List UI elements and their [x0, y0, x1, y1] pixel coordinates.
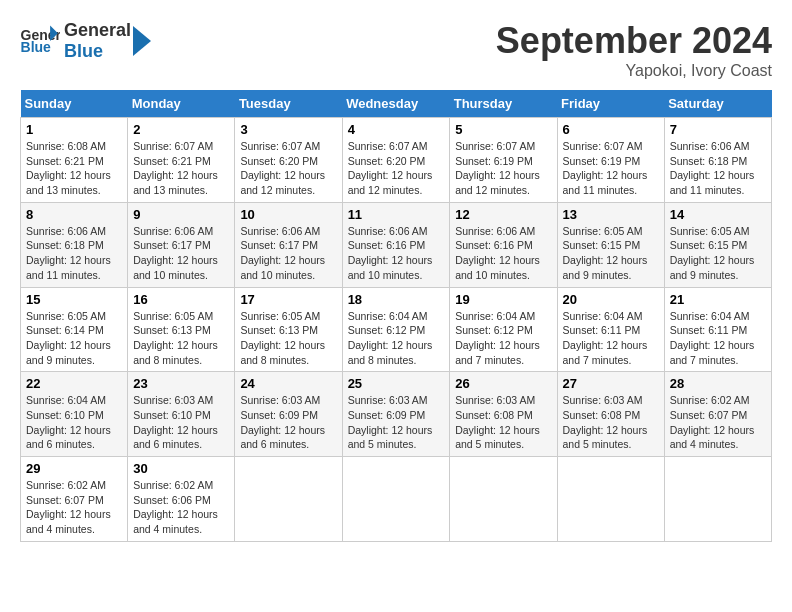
logo: General Blue General Blue	[20, 20, 153, 62]
page-header: General Blue General Blue September 2024…	[20, 20, 772, 80]
sunset-label: Sunset: 6:17 PM	[240, 239, 318, 251]
svg-text:Blue: Blue	[21, 39, 52, 55]
sunset-label: Sunset: 6:14 PM	[26, 324, 104, 336]
day-info: Sunrise: 6:05 AM Sunset: 6:15 PM Dayligh…	[670, 224, 766, 283]
calendar-cell: 9 Sunrise: 6:06 AM Sunset: 6:17 PM Dayli…	[128, 202, 235, 287]
calendar-cell	[450, 457, 557, 542]
sunrise-label: Sunrise: 6:08 AM	[26, 140, 106, 152]
calendar-cell: 15 Sunrise: 6:05 AM Sunset: 6:14 PM Dayl…	[21, 287, 128, 372]
sunset-label: Sunset: 6:08 PM	[563, 409, 641, 421]
daylight-label: Daylight: 12 hours and 10 minutes.	[240, 254, 325, 281]
day-number: 7	[670, 122, 766, 137]
sunrise-label: Sunrise: 6:03 AM	[455, 394, 535, 406]
daylight-label: Daylight: 12 hours and 4 minutes.	[133, 508, 218, 535]
calendar-cell: 23 Sunrise: 6:03 AM Sunset: 6:10 PM Dayl…	[128, 372, 235, 457]
sunrise-label: Sunrise: 6:06 AM	[133, 225, 213, 237]
day-number: 6	[563, 122, 659, 137]
calendar-cell: 27 Sunrise: 6:03 AM Sunset: 6:08 PM Dayl…	[557, 372, 664, 457]
day-info: Sunrise: 6:03 AM Sunset: 6:08 PM Dayligh…	[563, 393, 659, 452]
sunset-label: Sunset: 6:13 PM	[133, 324, 211, 336]
daylight-label: Daylight: 12 hours and 12 minutes.	[240, 169, 325, 196]
daylight-label: Daylight: 12 hours and 10 minutes.	[348, 254, 433, 281]
day-info: Sunrise: 6:03 AM Sunset: 6:09 PM Dayligh…	[240, 393, 336, 452]
day-number: 29	[26, 461, 122, 476]
sunrise-label: Sunrise: 6:05 AM	[240, 310, 320, 322]
calendar-cell: 10 Sunrise: 6:06 AM Sunset: 6:17 PM Dayl…	[235, 202, 342, 287]
calendar-cell: 26 Sunrise: 6:03 AM Sunset: 6:08 PM Dayl…	[450, 372, 557, 457]
sunset-label: Sunset: 6:09 PM	[348, 409, 426, 421]
day-info: Sunrise: 6:03 AM Sunset: 6:10 PM Dayligh…	[133, 393, 229, 452]
day-number: 1	[26, 122, 122, 137]
sunset-label: Sunset: 6:18 PM	[670, 155, 748, 167]
logo-general: General	[64, 20, 131, 41]
day-number: 18	[348, 292, 445, 307]
sunset-label: Sunset: 6:15 PM	[563, 239, 641, 251]
calendar-cell: 17 Sunrise: 6:05 AM Sunset: 6:13 PM Dayl…	[235, 287, 342, 372]
day-info: Sunrise: 6:07 AM Sunset: 6:19 PM Dayligh…	[455, 139, 551, 198]
calendar-cell: 30 Sunrise: 6:02 AM Sunset: 6:06 PM Dayl…	[128, 457, 235, 542]
svg-marker-3	[133, 26, 151, 56]
calendar-cell: 1 Sunrise: 6:08 AM Sunset: 6:21 PM Dayli…	[21, 118, 128, 203]
sunset-label: Sunset: 6:16 PM	[348, 239, 426, 251]
sunset-label: Sunset: 6:11 PM	[563, 324, 641, 336]
calendar-cell: 16 Sunrise: 6:05 AM Sunset: 6:13 PM Dayl…	[128, 287, 235, 372]
sunset-label: Sunset: 6:20 PM	[240, 155, 318, 167]
day-number: 22	[26, 376, 122, 391]
sunrise-label: Sunrise: 6:04 AM	[670, 310, 750, 322]
calendar-cell: 6 Sunrise: 6:07 AM Sunset: 6:19 PM Dayli…	[557, 118, 664, 203]
day-number: 15	[26, 292, 122, 307]
calendar-week-row: 1 Sunrise: 6:08 AM Sunset: 6:21 PM Dayli…	[21, 118, 772, 203]
day-number: 14	[670, 207, 766, 222]
daylight-label: Daylight: 12 hours and 11 minutes.	[563, 169, 648, 196]
sunset-label: Sunset: 6:18 PM	[26, 239, 104, 251]
calendar-cell: 12 Sunrise: 6:06 AM Sunset: 6:16 PM Dayl…	[450, 202, 557, 287]
day-number: 20	[563, 292, 659, 307]
daylight-label: Daylight: 12 hours and 5 minutes.	[455, 424, 540, 451]
day-header-friday: Friday	[557, 90, 664, 118]
day-info: Sunrise: 6:06 AM Sunset: 6:17 PM Dayligh…	[240, 224, 336, 283]
sunrise-label: Sunrise: 6:06 AM	[670, 140, 750, 152]
day-info: Sunrise: 6:03 AM Sunset: 6:08 PM Dayligh…	[455, 393, 551, 452]
day-info: Sunrise: 6:07 AM Sunset: 6:19 PM Dayligh…	[563, 139, 659, 198]
day-info: Sunrise: 6:06 AM Sunset: 6:16 PM Dayligh…	[455, 224, 551, 283]
sunrise-label: Sunrise: 6:05 AM	[670, 225, 750, 237]
sunset-label: Sunset: 6:06 PM	[133, 494, 211, 506]
calendar-cell: 4 Sunrise: 6:07 AM Sunset: 6:20 PM Dayli…	[342, 118, 450, 203]
calendar-week-row: 8 Sunrise: 6:06 AM Sunset: 6:18 PM Dayli…	[21, 202, 772, 287]
day-info: Sunrise: 6:06 AM Sunset: 6:18 PM Dayligh…	[26, 224, 122, 283]
calendar-cell: 3 Sunrise: 6:07 AM Sunset: 6:20 PM Dayli…	[235, 118, 342, 203]
sunrise-label: Sunrise: 6:04 AM	[455, 310, 535, 322]
day-header-saturday: Saturday	[664, 90, 771, 118]
day-number: 3	[240, 122, 336, 137]
day-header-tuesday: Tuesday	[235, 90, 342, 118]
day-info: Sunrise: 6:05 AM Sunset: 6:14 PM Dayligh…	[26, 309, 122, 368]
calendar-cell: 28 Sunrise: 6:02 AM Sunset: 6:07 PM Dayl…	[664, 372, 771, 457]
calendar-cell	[235, 457, 342, 542]
calendar-cell: 24 Sunrise: 6:03 AM Sunset: 6:09 PM Dayl…	[235, 372, 342, 457]
daylight-label: Daylight: 12 hours and 8 minutes.	[133, 339, 218, 366]
calendar-cell: 18 Sunrise: 6:04 AM Sunset: 6:12 PM Dayl…	[342, 287, 450, 372]
day-info: Sunrise: 6:02 AM Sunset: 6:07 PM Dayligh…	[670, 393, 766, 452]
day-number: 11	[348, 207, 445, 222]
sunrise-label: Sunrise: 6:02 AM	[26, 479, 106, 491]
sunrise-label: Sunrise: 6:04 AM	[348, 310, 428, 322]
daylight-label: Daylight: 12 hours and 8 minutes.	[348, 339, 433, 366]
day-info: Sunrise: 6:02 AM Sunset: 6:06 PM Dayligh…	[133, 478, 229, 537]
calendar-cell	[342, 457, 450, 542]
daylight-label: Daylight: 12 hours and 11 minutes.	[670, 169, 755, 196]
day-number: 24	[240, 376, 336, 391]
day-info: Sunrise: 6:05 AM Sunset: 6:13 PM Dayligh…	[133, 309, 229, 368]
day-info: Sunrise: 6:05 AM Sunset: 6:13 PM Dayligh…	[240, 309, 336, 368]
day-number: 12	[455, 207, 551, 222]
day-info: Sunrise: 6:04 AM Sunset: 6:12 PM Dayligh…	[348, 309, 445, 368]
calendar-header-row: SundayMondayTuesdayWednesdayThursdayFrid…	[21, 90, 772, 118]
sunrise-label: Sunrise: 6:03 AM	[348, 394, 428, 406]
sunrise-label: Sunrise: 6:03 AM	[240, 394, 320, 406]
day-info: Sunrise: 6:06 AM Sunset: 6:18 PM Dayligh…	[670, 139, 766, 198]
day-number: 17	[240, 292, 336, 307]
sunset-label: Sunset: 6:11 PM	[670, 324, 748, 336]
calendar-cell: 13 Sunrise: 6:05 AM Sunset: 6:15 PM Dayl…	[557, 202, 664, 287]
daylight-label: Daylight: 12 hours and 12 minutes.	[455, 169, 540, 196]
calendar-cell: 5 Sunrise: 6:07 AM Sunset: 6:19 PM Dayli…	[450, 118, 557, 203]
sunset-label: Sunset: 6:07 PM	[26, 494, 104, 506]
